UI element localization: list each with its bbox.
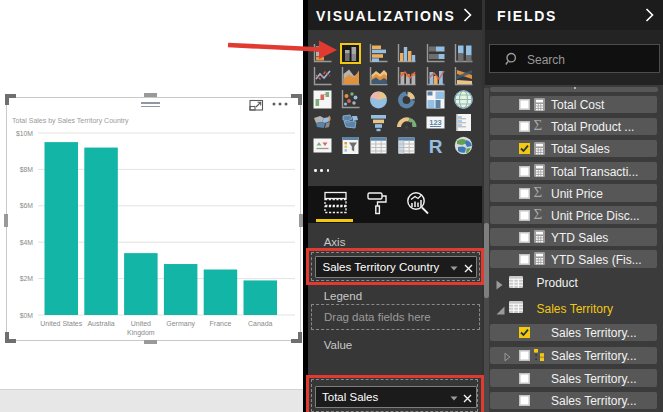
field-checkbox[interactable]	[519, 99, 530, 110]
viz-icon-kpi[interactable]	[312, 135, 333, 156]
visual-resize-handle-top[interactable]	[144, 93, 157, 98]
viz-icon-table[interactable]	[368, 135, 389, 156]
field-row[interactable]: Sales Territory...	[490, 392, 657, 410]
viz-icon-line-and-stacked-column-chart[interactable]	[396, 66, 417, 87]
viz-icon-line-chart[interactable]	[312, 66, 333, 87]
field-checkbox[interactable]	[519, 232, 530, 243]
field-row[interactable]: YTD Sales (Fis...	[490, 250, 657, 268]
chart-text: $0M	[20, 312, 34, 319]
chart-text: $10M	[16, 130, 33, 137]
viz-icon-100-stacked-column-chart[interactable]	[453, 43, 474, 64]
bar-chart: Total Sales by Sales Territory Country$0…	[7, 98, 300, 340]
field-label: Unit Price Disc...	[551, 209, 640, 223]
bar-canada	[244, 280, 278, 315]
visual-resize-handle-bottom-right[interactable]	[291, 332, 302, 343]
fields-scrollbar-thumb[interactable]	[484, 223, 489, 298]
bar-australia	[84, 148, 118, 315]
field-search-input[interactable]: Search	[489, 44, 660, 73]
value-annotation-box	[306, 375, 484, 412]
fields-scrollbar[interactable]	[484, 88, 489, 412]
sigma-icon: Σ	[534, 185, 543, 200]
visual-resize-handle-top-left[interactable]	[5, 94, 16, 105]
visual-drag-grip-icon[interactable]	[141, 102, 160, 108]
field-checkbox[interactable]	[519, 121, 530, 132]
fields-header: FIELDS	[485, 0, 663, 30]
tab-format[interactable]	[363, 190, 393, 216]
visual-resize-handle-top-right[interactable]	[291, 94, 302, 105]
visual-resize-handle-bottom-left[interactable]	[5, 332, 16, 343]
field-label: Sales Territory...	[551, 372, 637, 386]
field-row[interactable]: Total Transacti...	[490, 162, 657, 180]
viz-icon-shape-map[interactable]	[340, 112, 361, 133]
field-checkbox[interactable]	[519, 166, 530, 177]
field-row[interactable]: Total Cost	[490, 96, 657, 114]
column-chart-visual[interactable]: Total Sales by Sales Territory Country$0…	[6, 97, 301, 341]
viz-icon-clustered-bar-chart[interactable]	[368, 43, 389, 64]
viz-icon-slicer[interactable]	[340, 135, 361, 156]
field-row[interactable]: ΣUnit Price Disc...	[490, 206, 657, 224]
visual-resize-handle-bottom[interactable]	[144, 340, 157, 345]
visual-resize-handle-left[interactable]	[4, 214, 9, 227]
field-table-row[interactable]: Product	[490, 274, 657, 292]
field-checkbox[interactable]	[519, 395, 530, 406]
field-checkbox[interactable]	[519, 143, 530, 154]
viz-icon-stacked-column-chart[interactable]	[340, 43, 361, 64]
field-checkbox[interactable]	[519, 373, 530, 384]
calculator-icon	[534, 98, 545, 114]
calculator-icon	[534, 142, 545, 158]
field-row[interactable]: Total Sales	[490, 140, 657, 158]
viz-icon-filled-map[interactable]	[312, 112, 333, 133]
viz-icon-arcgis-map[interactable]	[453, 135, 474, 156]
viz-icon-matrix[interactable]	[396, 135, 417, 156]
expand-arrow-icon[interactable]	[504, 351, 511, 365]
field-table-row[interactable]: Sales Territory	[490, 299, 657, 317]
tab-fields[interactable]	[321, 190, 351, 216]
viz-icon-area-chart[interactable]	[340, 66, 361, 87]
sigma-icon: Σ	[534, 207, 543, 222]
viz-icon-100-stacked-bar-chart[interactable]	[425, 43, 446, 64]
viz-icon-multi-row-card[interactable]	[453, 112, 474, 133]
field-label: Sales Territory	[537, 302, 613, 316]
field-row[interactable]: ΣTotal Product ...	[490, 118, 657, 136]
visual-options-icon[interactable]	[271, 96, 291, 108]
viz-icon-gauge[interactable]	[396, 112, 417, 133]
partial-field-row[interactable]	[490, 87, 658, 92]
viz-icon-ribbon-chart[interactable]	[453, 66, 474, 87]
viz-icon-line-and-clustered-column-chart[interactable]	[425, 66, 446, 87]
viz-icon-r-script-visual[interactable]: R	[425, 135, 446, 156]
search-placeholder: Search	[527, 53, 565, 67]
field-label: YTD Sales (Fis...	[551, 253, 642, 267]
field-checkbox[interactable]	[519, 188, 530, 199]
viz-icon-card[interactable]: 123	[425, 112, 446, 133]
field-label: Sales Territory...	[551, 394, 637, 408]
field-checkbox[interactable]	[519, 254, 530, 265]
field-checkbox[interactable]	[519, 350, 530, 361]
chart-text: United	[131, 320, 151, 327]
legend-well-dropzone[interactable]: Drag data fields here	[311, 304, 480, 330]
viz-icon-pie-chart[interactable]	[368, 89, 389, 110]
field-checkbox[interactable]	[519, 327, 530, 338]
field-row[interactable]: ΣUnit Price	[490, 184, 657, 202]
expand-arrow-icon[interactable]	[496, 279, 503, 293]
viz-icon-treemap[interactable]	[425, 89, 446, 110]
viz-icon-stacked-area-chart[interactable]	[368, 66, 389, 87]
field-label: YTD Sales	[551, 231, 608, 245]
viz-icon-clustered-column-chart[interactable]	[396, 43, 417, 64]
viz-icon-funnel[interactable]	[368, 112, 389, 133]
search-icon	[505, 52, 520, 67]
field-row[interactable]: YTD Sales	[490, 228, 657, 246]
viz-icon-scatter-chart[interactable]	[340, 89, 361, 110]
tab-analytics[interactable]	[403, 190, 433, 216]
field-row[interactable]: Sales Territory...	[490, 347, 657, 365]
viz-icon-map[interactable]	[453, 89, 474, 110]
focus-mode-icon[interactable]	[249, 99, 264, 111]
calculator-icon	[534, 164, 545, 180]
collapse-pane-chevron-icon[interactable]	[645, 8, 654, 22]
field-row[interactable]: Sales Territory...	[490, 324, 657, 342]
field-checkbox[interactable]	[519, 210, 530, 221]
expand-arrow-icon[interactable]	[496, 304, 505, 318]
viz-icon-donut-chart[interactable]	[396, 89, 417, 110]
field-row[interactable]: Sales Territory...	[490, 369, 657, 387]
viz-icon-waterfall-chart[interactable]	[312, 89, 333, 110]
chart-text: $2M	[20, 275, 34, 282]
